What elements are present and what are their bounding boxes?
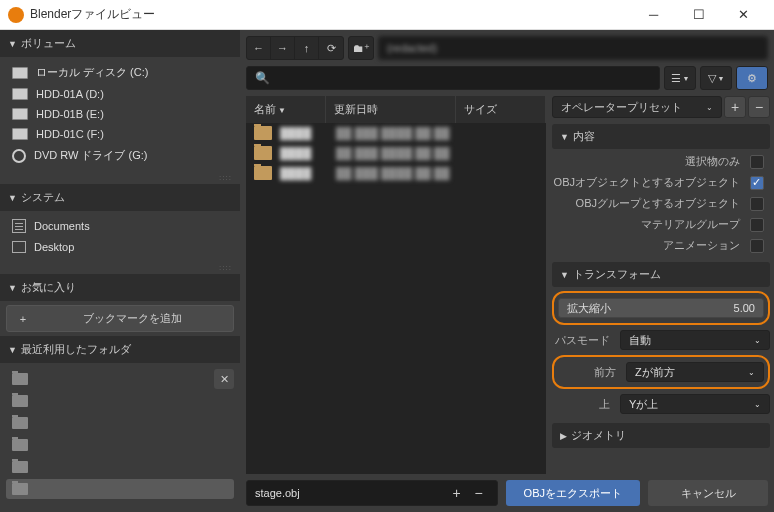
material-groups-checkbox[interactable]: [750, 218, 764, 232]
recent-folder-item[interactable]: [6, 369, 212, 389]
system-item-desktop[interactable]: Desktop: [6, 237, 234, 257]
folder-icon: [254, 146, 272, 160]
recent-header[interactable]: ▼ 最近利用したフォルダ: [0, 336, 240, 363]
bottom-bar: stage.obj + − OBJをエクスポート キャンセル: [240, 474, 774, 512]
file-row[interactable]: ██████ ███ ████ ██:██: [246, 163, 546, 183]
nav-up-button[interactable]: ↑: [295, 37, 319, 59]
preset-add-button[interactable]: +: [724, 96, 746, 118]
titlebar: Blenderファイルビュー ─ ☐ ✕: [0, 0, 774, 30]
chevron-down-icon: ⌄: [706, 103, 713, 112]
column-name[interactable]: 名前▼: [246, 96, 326, 123]
chevron-down-icon: ⌄: [748, 368, 755, 377]
scale-field[interactable]: 拡大縮小5.00: [558, 298, 764, 318]
drive-icon: [12, 108, 28, 120]
disc-icon: [12, 149, 26, 163]
folder-icon: [12, 395, 28, 407]
volume-item[interactable]: DVD RW ドライブ (G:): [6, 144, 234, 167]
chevron-down-icon: ▼: [560, 132, 569, 142]
blender-logo-icon: [8, 7, 24, 23]
chevron-down-icon: ▼: [560, 270, 569, 280]
add-bookmark-button[interactable]: + ブックマークを追加: [6, 305, 234, 332]
column-modified[interactable]: 更新日時: [326, 96, 456, 123]
folder-icon: [12, 417, 28, 429]
file-row[interactable]: ██████ ███ ████ ██:██: [246, 123, 546, 143]
animation-checkbox[interactable]: [750, 239, 764, 253]
file-list-header: 名前▼ 更新日時 サイズ: [246, 96, 546, 123]
recent-folder-item[interactable]: [6, 457, 234, 477]
chevron-down-icon: ▼: [8, 39, 17, 49]
volume-item[interactable]: HDD-01B (E:): [6, 104, 234, 124]
drag-handle-icon[interactable]: ::::: [0, 171, 240, 184]
selection-only-checkbox[interactable]: [750, 155, 764, 169]
drive-icon: [12, 67, 28, 79]
minimize-button[interactable]: ─: [631, 1, 676, 29]
favorites-label: お気に入り: [21, 280, 76, 295]
path-mode-select[interactable]: 自動⌄: [620, 330, 770, 350]
system-item-documents[interactable]: Documents: [6, 215, 234, 237]
drive-icon: [12, 128, 28, 140]
folder-icon: [12, 461, 28, 473]
nav-refresh-button[interactable]: ⟳: [319, 37, 343, 59]
path-input[interactable]: (redacted): [378, 36, 768, 60]
recent-folder-item[interactable]: [6, 479, 234, 499]
volumes-header[interactable]: ▼ ボリューム: [0, 30, 240, 57]
chevron-down-icon: ▼: [8, 283, 17, 293]
search-input[interactable]: 🔍: [246, 66, 660, 90]
chevron-down-icon: ⌄: [754, 336, 761, 345]
file-browser: 名前▼ 更新日時 サイズ ██████ ███ ████ ██:██ █████…: [246, 96, 546, 474]
content-section-header[interactable]: ▼内容: [552, 124, 770, 149]
folder-icon: [254, 126, 272, 140]
recent-folder-item[interactable]: [6, 391, 234, 411]
folder-icon: [12, 439, 28, 451]
filter-button[interactable]: ▽▼: [700, 66, 732, 90]
system-label: システム: [21, 190, 65, 205]
preset-remove-button[interactable]: −: [748, 96, 770, 118]
column-size[interactable]: サイズ: [456, 96, 546, 123]
scale-highlight: 拡大縮小5.00: [552, 291, 770, 325]
search-icon: 🔍: [255, 71, 270, 85]
new-folder-button[interactable]: 🖿⁺: [349, 37, 373, 59]
system-header[interactable]: ▼ システム: [0, 184, 240, 211]
export-button[interactable]: OBJをエクスポート: [506, 480, 640, 506]
filename-input[interactable]: stage.obj + −: [246, 480, 498, 506]
chevron-down-icon: ▼: [8, 193, 17, 203]
nav-forward-button[interactable]: →: [271, 37, 295, 59]
file-row[interactable]: ██████ ███ ████ ██:██: [246, 143, 546, 163]
nav-toolbar: ← → ↑ ⟳ 🖿⁺ (redacted): [240, 30, 774, 66]
geometry-section-header[interactable]: ▶ジオメトリ: [552, 423, 770, 448]
volumes-label: ボリューム: [21, 36, 76, 51]
maximize-button[interactable]: ☐: [676, 1, 721, 29]
volume-item[interactable]: HDD-01A (D:): [6, 84, 234, 104]
forward-axis-select[interactable]: Zが前方⌄: [626, 362, 764, 382]
cancel-button[interactable]: キャンセル: [648, 480, 768, 506]
documents-icon: [12, 219, 26, 233]
increment-button[interactable]: +: [447, 483, 467, 503]
chevron-down-icon: ▼: [8, 345, 17, 355]
volume-item[interactable]: ローカル ディスク (C:): [6, 61, 234, 84]
chevron-down-icon: ⌄: [754, 400, 761, 409]
obj-objects-checkbox[interactable]: [750, 176, 764, 190]
forward-highlight: 前方Zが前方⌄: [552, 355, 770, 389]
decrement-button[interactable]: −: [469, 483, 489, 503]
settings-button[interactable]: ⚙: [736, 66, 768, 90]
left-sidebar: ▼ ボリューム ローカル ディスク (C:) HDD-01A (D:) HDD-…: [0, 30, 240, 512]
drag-handle-icon[interactable]: ::::: [0, 261, 240, 274]
window-title: Blenderファイルビュー: [30, 6, 631, 23]
favorites-header[interactable]: ▼ お気に入り: [0, 274, 240, 301]
up-axis-select[interactable]: Yが上⌄: [620, 394, 770, 414]
volume-item[interactable]: HDD-01C (F:): [6, 124, 234, 144]
recent-folder-item[interactable]: [6, 413, 234, 433]
display-mode-button[interactable]: ☰▼: [664, 66, 696, 90]
chevron-right-icon: ▶: [560, 431, 567, 441]
sort-desc-icon: ▼: [278, 106, 286, 115]
desktop-icon: [12, 241, 26, 253]
obj-groups-checkbox[interactable]: [750, 197, 764, 211]
recent-folder-item[interactable]: [6, 435, 234, 455]
close-button[interactable]: ✕: [721, 1, 766, 29]
folder-icon: [254, 166, 272, 180]
nav-back-button[interactable]: ←: [247, 37, 271, 59]
folder-icon: [12, 373, 28, 385]
operator-preset-select[interactable]: オペレータープリセット⌄: [552, 96, 722, 118]
transform-section-header[interactable]: ▼トランスフォーム: [552, 262, 770, 287]
remove-recent-button[interactable]: ✕: [214, 369, 234, 389]
